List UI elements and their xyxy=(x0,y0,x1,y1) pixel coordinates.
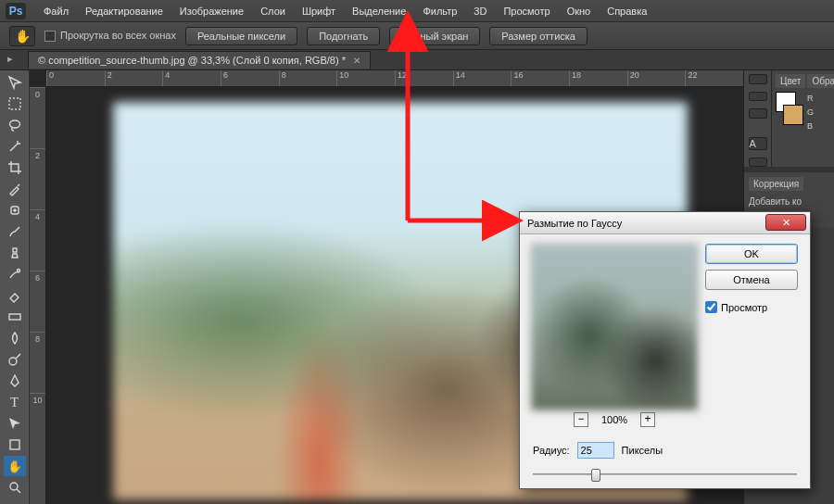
bg-swatch[interactable] xyxy=(783,105,803,125)
eraser-tool-icon[interactable] xyxy=(4,285,26,306)
brush-tool-icon[interactable] xyxy=(4,221,26,242)
shape-tool-icon[interactable] xyxy=(4,435,26,455)
pen-tool-icon[interactable] xyxy=(4,371,26,391)
move-tool-icon[interactable] xyxy=(4,72,26,93)
color-panel: Цвет Обра R G B xyxy=(772,70,834,167)
gradient-tool-icon[interactable] xyxy=(4,307,26,327)
tab-expand-icon[interactable]: ▸ xyxy=(7,53,20,66)
radius-label: Радиус: xyxy=(533,445,570,456)
wand-tool-icon[interactable] xyxy=(4,136,26,157)
radius-slider[interactable] xyxy=(533,466,797,483)
dodge-tool-icon[interactable] xyxy=(4,349,26,370)
zoom-tool-icon[interactable] xyxy=(4,477,26,498)
actual-pixels-button[interactable]: Реальные пиксели xyxy=(185,27,297,45)
menu-file[interactable]: Файл xyxy=(35,0,77,22)
dialog-close-button[interactable]: ✕ xyxy=(765,214,806,231)
svg-rect-7 xyxy=(10,440,19,449)
menu-3d[interactable]: 3D xyxy=(465,0,495,22)
toolbox: T ✋ xyxy=(0,70,30,504)
tab-color[interactable]: Цвет xyxy=(776,74,805,88)
svg-rect-5 xyxy=(9,314,20,320)
preview-checkbox[interactable]: Просмотр xyxy=(705,301,798,313)
document-tab[interactable]: © competition_source-thumb.jpg @ 33,3% (… xyxy=(28,51,371,69)
full-screen-button[interactable]: Полный экран xyxy=(389,27,480,45)
menu-edit[interactable]: Редактирование xyxy=(77,0,171,22)
lasso-tool-icon[interactable] xyxy=(4,115,26,135)
gaussian-blur-dialog: Размытие по Гауссу ✕ − 100% + OK Отмена … xyxy=(519,211,811,489)
dock-icon-column: A xyxy=(744,70,772,167)
ok-button[interactable]: OK xyxy=(705,244,798,264)
path-tool-icon[interactable] xyxy=(4,413,26,434)
eyedropper-tool-icon[interactable] xyxy=(4,179,26,199)
type-tool-icon[interactable]: T xyxy=(4,392,26,412)
radius-row: Радиус: Пикселы xyxy=(520,433,810,459)
zoom-in-button[interactable]: + xyxy=(640,412,655,427)
svg-point-4 xyxy=(17,270,19,272)
ruler-vertical: 024 6810 xyxy=(30,87,46,504)
menu-help[interactable]: Справка xyxy=(599,0,655,22)
stamp-tool-icon[interactable] xyxy=(4,243,26,263)
menu-type[interactable]: Шрифт xyxy=(294,0,344,22)
preview-checkbox-label: Просмотр xyxy=(721,302,767,313)
heal-tool-icon[interactable] xyxy=(4,200,26,220)
crop-tool-icon[interactable] xyxy=(4,158,26,178)
svg-point-1 xyxy=(9,120,19,128)
options-bar: ✋ Прокрутка во всех окнах Реальные пиксе… xyxy=(0,22,834,50)
ps-logo-icon: Ps xyxy=(6,3,26,19)
menu-layers[interactable]: Слои xyxy=(252,0,294,22)
tab-samples[interactable]: Обра xyxy=(807,74,834,88)
dialog-titlebar[interactable]: Размытие по Гауссу ✕ xyxy=(520,212,810,234)
rgb-b-label: B xyxy=(807,120,830,133)
add-adjustment-label: Добавить ко xyxy=(749,196,829,207)
cancel-button[interactable]: Отмена xyxy=(705,270,798,290)
print-size-button[interactable]: Размер оттиска xyxy=(489,27,588,45)
menu-select[interactable]: Выделение xyxy=(344,0,414,22)
ruler-horizontal: 024 6810 121416 182022 xyxy=(46,70,743,87)
svg-point-8 xyxy=(10,483,18,490)
svg-rect-0 xyxy=(9,98,20,109)
rgb-r-label: R xyxy=(807,92,830,106)
menu-bar: Ps Файл Редактирование Изображение Слои … xyxy=(0,0,834,22)
radius-unit: Пикселы xyxy=(622,445,663,456)
menu-filter[interactable]: Фильтр xyxy=(414,0,465,22)
radius-input[interactable] xyxy=(577,442,614,459)
svg-point-6 xyxy=(9,358,17,365)
dialog-zoom-controls: − 100% + xyxy=(531,412,698,427)
dialog-preview[interactable] xyxy=(531,244,698,410)
rgb-g-label: G xyxy=(807,106,830,120)
dialog-title: Размытие по Гауссу xyxy=(527,218,622,229)
radius-slider-thumb[interactable] xyxy=(591,469,600,482)
document-title: © competition_source-thumb.jpg @ 33,3% (… xyxy=(38,55,346,66)
scroll-all-label: Прокрутка во всех окнах xyxy=(60,30,176,41)
panel-icon-1[interactable] xyxy=(749,74,767,84)
fit-screen-button[interactable]: Подогнать xyxy=(307,27,380,45)
menu-window[interactable]: Окно xyxy=(559,0,600,22)
close-tab-icon[interactable]: ✕ xyxy=(353,56,360,66)
panel-icon-4[interactable]: A xyxy=(749,137,767,150)
zoom-out-button[interactable]: − xyxy=(574,412,588,427)
zoom-percent: 100% xyxy=(601,414,627,425)
menu-view[interactable]: Просмотр xyxy=(495,0,558,22)
blur-tool-icon[interactable] xyxy=(4,328,26,348)
hand-tool-icon-2[interactable]: ✋ xyxy=(4,456,26,476)
svg-rect-3 xyxy=(13,248,17,252)
history-brush-icon[interactable] xyxy=(4,264,26,284)
document-tab-bar: © competition_source-thumb.jpg @ 33,3% (… xyxy=(0,50,834,70)
scroll-all-checkbox[interactable]: Прокрутка во всех окнах xyxy=(44,30,176,42)
adjustments-tab[interactable]: Коррекция xyxy=(749,177,803,191)
panel-icon-5[interactable] xyxy=(749,158,767,168)
hand-tool-icon[interactable]: ✋ xyxy=(9,26,35,46)
menu-image[interactable]: Изображение xyxy=(171,0,252,22)
panel-icon-2[interactable] xyxy=(749,92,767,102)
marquee-tool-icon[interactable] xyxy=(4,94,26,114)
panel-icon-3[interactable] xyxy=(749,108,767,119)
